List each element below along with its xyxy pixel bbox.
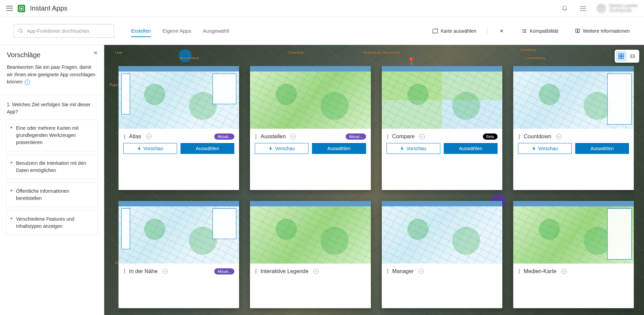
svg-point-8 (580, 10, 581, 11)
suggestions-options: Eine oder mehrere Karten mit grundlegend… (0, 120, 104, 242)
expand-icon[interactable] (419, 134, 425, 139)
select-button[interactable]: Auswählen (180, 143, 234, 154)
suggestion-option-0[interactable]: Eine oder mehrere Karten mit grundlegend… (6, 120, 98, 151)
expand-icon[interactable] (290, 134, 296, 139)
suggestion-option-3[interactable]: Verschiedene Features und Inhaltstypen a… (6, 210, 98, 235)
template-thumbnail[interactable] (513, 66, 634, 129)
expand-icon[interactable] (556, 134, 562, 139)
svg-point-10 (584, 10, 585, 11)
more-info-button[interactable]: Weitere Informationen (574, 27, 630, 35)
svg-rect-16 (622, 57, 624, 59)
close-map-button[interactable]: ✕ (498, 27, 506, 35)
user-menu[interactable]: Dennis Loscher OLIFISCON (597, 4, 638, 13)
card-more-button[interactable] (387, 268, 389, 274)
map-pin-icon: 📍 (407, 57, 416, 66)
suggestion-option-2[interactable]: Öffentliche Informationen bereitstellen (6, 183, 98, 207)
template-card-countdown: CountdownVorschauAuswählen (513, 66, 634, 190)
bolt-icon (137, 146, 141, 151)
template-thumbnail[interactable] (382, 201, 502, 264)
preview-button[interactable]: Vorschau (123, 143, 177, 154)
map-icon (433, 28, 438, 34)
template-card-legend: Interaktive Legende (250, 201, 371, 309)
secondbar: ErstellenEigene AppsAusgewählt Karte aus… (0, 17, 644, 45)
choose-map-button[interactable]: Karte auswählen (432, 27, 477, 35)
bolt-icon (269, 146, 273, 151)
app-logo-icon (18, 5, 25, 12)
card-more-button[interactable] (387, 134, 389, 140)
app-launcher-icon[interactable] (576, 2, 590, 15)
svg-point-19 (631, 56, 631, 57)
card-more-button[interactable] (255, 268, 257, 274)
tab-create[interactable]: Erstellen (131, 26, 151, 36)
suggestions-question: 1. Welches Ziel verfolgen Sie mit dieser… (0, 95, 104, 120)
card-more-button[interactable] (255, 134, 257, 140)
template-card-ausstellen: AusstellenAktual...VorschauAuswählen (250, 66, 371, 190)
svg-rect-15 (619, 57, 621, 59)
avatar (597, 4, 606, 13)
svg-point-2 (580, 6, 581, 7)
template-card-nearby: In der NäheAktual... (119, 201, 239, 309)
tab-myapps[interactable]: Eigene Apps (162, 26, 191, 36)
suggestions-panel: ✕ Vorschläge Beantworten Sie ein paar Fr… (0, 45, 104, 315)
template-thumbnail[interactable] (119, 66, 239, 129)
template-title: Atlas (129, 133, 141, 140)
search-box[interactable] (14, 24, 114, 38)
book-icon (575, 28, 580, 34)
svg-point-9 (582, 10, 583, 11)
suggestion-option-1[interactable]: Benutzern die Interkation mit den Daten … (6, 155, 98, 179)
expand-icon[interactable] (561, 269, 567, 274)
info-icon[interactable]: i (25, 80, 30, 85)
svg-rect-13 (619, 54, 621, 56)
close-icon: ✕ (500, 28, 504, 34)
search-icon (18, 28, 23, 34)
compatibility-button[interactable]: Kompatibilität (521, 27, 559, 35)
card-more-button[interactable] (123, 134, 126, 140)
svg-rect-1 (20, 7, 22, 9)
user-label: Dennis Loscher OLIFISCON (610, 4, 638, 13)
notifications-icon[interactable] (558, 2, 571, 15)
template-thumbnail[interactable] (250, 201, 371, 264)
menu-toggle[interactable] (6, 5, 13, 12)
template-title: Interaktive Legende (261, 268, 309, 274)
expand-icon[interactable] (419, 269, 424, 274)
expand-icon[interactable] (313, 269, 319, 274)
expand-icon[interactable] (162, 269, 168, 274)
template-grid: AtlasAktual...VorschauAuswählenAusstelle… (119, 66, 634, 315)
preview-button[interactable]: Vorschau (387, 143, 440, 154)
card-more-button[interactable] (518, 268, 520, 274)
expand-icon[interactable] (146, 134, 152, 139)
suggestions-description: Beantworten Sie ein paar Fragen, damit w… (7, 64, 97, 86)
template-card-atlas: AtlasAktual...VorschauAuswählen (119, 66, 239, 190)
template-thumbnail[interactable] (250, 66, 371, 129)
divider (487, 28, 487, 34)
close-suggestions-button[interactable]: ✕ (93, 50, 98, 56)
grid-view-button[interactable] (616, 51, 626, 61)
svg-point-7 (584, 8, 585, 9)
bolt-icon (532, 146, 536, 151)
list-view-button[interactable] (628, 51, 638, 61)
template-title: In der Nähe (129, 268, 158, 274)
template-card-media: Medien-Karte (513, 201, 634, 309)
preview-button[interactable]: Vorschau (518, 143, 572, 154)
recently-updated-badge: Aktual... (214, 133, 235, 140)
search-input[interactable] (27, 28, 110, 34)
tab-selected[interactable]: Ausgewählt (203, 26, 230, 36)
svg-point-4 (584, 6, 585, 7)
view-toggle (615, 50, 639, 63)
select-button[interactable]: Auswählen (312, 143, 366, 154)
list-icon (521, 28, 527, 34)
preview-button[interactable]: Vorschau (255, 143, 309, 154)
tabs: ErstellenEigene AppsAusgewählt (131, 26, 229, 36)
template-card-compare: CompareBetaVorschauAuswählen (382, 66, 502, 190)
template-thumbnail[interactable] (382, 66, 502, 129)
select-button[interactable]: Auswählen (444, 143, 498, 154)
recently-updated-badge: Aktual... (214, 268, 235, 274)
template-thumbnail[interactable] (513, 201, 634, 264)
bolt-icon (400, 146, 404, 151)
map-canvas[interactable]: 📍 LeerAmmerlandOsterholzRotenburg (Wuemm… (104, 45, 644, 315)
card-more-button[interactable] (518, 134, 520, 140)
card-more-button[interactable] (123, 268, 126, 274)
template-thumbnail[interactable] (119, 201, 239, 264)
template-card-manager: Manager (382, 201, 502, 309)
select-button[interactable]: Auswählen (575, 143, 629, 154)
